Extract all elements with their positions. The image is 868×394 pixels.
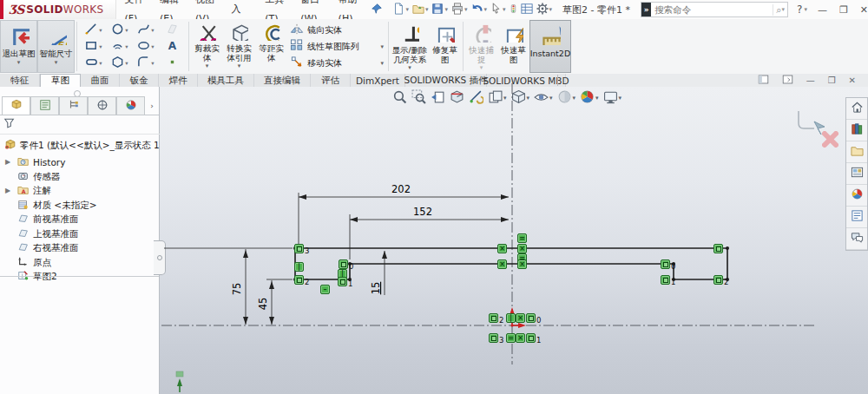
view-orientation-button[interactable]: ▾ (511, 89, 530, 107)
sketch-relation-marker[interactable]: × (517, 259, 527, 269)
linear-pattern-button[interactable]: 线性草图阵列▾ (290, 39, 384, 54)
sketch-relation-marker[interactable]: × (517, 244, 527, 253)
tree-item-原点[interactable]: 原点 (17, 256, 51, 270)
minimize-button[interactable]: — (818, 4, 827, 16)
sketch-settings-button[interactable] (469, 89, 483, 107)
rapid-sketch-button[interactable]: 快速草图 (497, 19, 529, 74)
tab-焊件[interactable]: 焊件 (159, 74, 198, 87)
sketch-relation-marker[interactable]: × (516, 333, 525, 343)
panel-fm-tab[interactable] (2, 96, 30, 115)
pane-right-icon[interactable] (782, 74, 793, 87)
repair-sketch-button[interactable]: 修复草图 (429, 19, 461, 74)
sketch-relation-marker[interactable] (713, 244, 723, 253)
sketch-relation-marker[interactable] (489, 313, 498, 323)
search-box[interactable]: » ⌕▾ (641, 2, 788, 17)
previous-view-button[interactable] (431, 89, 445, 107)
sketch-relation-marker[interactable] (661, 259, 670, 269)
panel-flyout-handle[interactable] (154, 240, 166, 275)
panel-pm-tab[interactable] (30, 96, 59, 115)
sketch-relation-marker[interactable] (339, 259, 348, 269)
sketch-relation-marker[interactable]: | (294, 262, 304, 272)
sketch-relation-marker[interactable]: × (516, 313, 525, 323)
tab-草图[interactable]: 草图 (40, 74, 81, 87)
tab-模具工具[interactable]: 模具工具 (198, 74, 254, 87)
sketch-relation-marker[interactable] (489, 333, 498, 343)
smart-dimension-button[interactable]: 60 智能尺寸 ▾ (37, 20, 75, 73)
taskpane-appearances-button[interactable] (846, 185, 867, 207)
panel-divider[interactable] (0, 276, 159, 277)
file-properties-button[interactable] (519, 1, 535, 18)
pane-left-icon[interactable] (758, 74, 769, 87)
move-entities-button[interactable]: 移动实体▾ (290, 56, 384, 70)
new-file-button[interactable]: ▾ (391, 1, 411, 18)
convert-entities-button[interactable]: 转换实体引用 ▾ (223, 19, 255, 74)
tab-SOLIDWORKS 插件[interactable]: SOLIDWORKS 插件 (405, 74, 487, 87)
slot-tool-button[interactable]: ▾ (81, 55, 107, 71)
help-button[interactable]: ?▾ (797, 3, 807, 16)
tab-DimXpert[interactable]: DimXpert (351, 74, 405, 87)
sketch-relation-marker[interactable] (294, 244, 304, 253)
tree-root-part[interactable]: 零件1 (默认<<默认>_显示状态 1>) (4, 139, 171, 153)
sketch-relation-marker[interactable]: = (506, 333, 516, 343)
tab-SOLIDWORKS MBD[interactable]: SOLIDWORKS MBD (487, 74, 566, 87)
undo-button[interactable]: ▾ (470, 1, 490, 18)
section-view-button[interactable] (450, 89, 464, 107)
line-tool-button[interactable]: ▾ (81, 22, 107, 38)
ellipse-tool-button[interactable]: ▾ (133, 38, 159, 55)
close-button[interactable]: ✕ (860, 4, 868, 16)
solidworks-logo[interactable]: ƷS SOLIDWORKS (0, 0, 116, 19)
tab-钣金[interactable]: 钣金 (120, 74, 159, 87)
doc-close-button[interactable]: ✕ (849, 76, 856, 85)
view-selector-button[interactable]: ▾ (488, 89, 507, 107)
spline-tool-button[interactable]: ▾ (133, 22, 159, 38)
rect-tool-button[interactable]: ▾ (81, 38, 107, 55)
tree-item-History[interactable]: History (17, 155, 65, 169)
edit-appearance-button[interactable]: ▾ (557, 89, 576, 107)
tree-item-前视基准面[interactable]: 前视基准面 (17, 213, 79, 227)
pin-icon[interactable] (372, 3, 382, 16)
save-button[interactable]: ▾ (430, 1, 450, 18)
sketch-relation-marker[interactable] (713, 275, 723, 285)
panel-dx-tab[interactable] (88, 96, 116, 115)
expand-arrow-History[interactable]: ▶ (5, 158, 10, 166)
fillet-tool-button[interactable]: ▾ (133, 55, 159, 71)
sketch-relation-marker[interactable]: × (497, 259, 507, 269)
display-delete-relations-button[interactable]: 显示/删除几何关系 ▾ (391, 19, 429, 74)
expand-arrow-注解[interactable]: ▶ (5, 187, 10, 194)
taskpane-home-button[interactable] (846, 98, 867, 120)
doc-minimize-button[interactable]: — (806, 76, 815, 85)
taskpane-file-explorer-button[interactable] (846, 141, 867, 163)
tree-item-注解[interactable]: A注解 (17, 184, 51, 198)
taskpane-custom-properties-button[interactable] (846, 207, 867, 228)
offset-entities-button[interactable]: 等距实体 (255, 19, 287, 74)
sketch-relation-marker[interactable]: | (506, 313, 516, 323)
zoom-fit-button[interactable] (392, 89, 407, 107)
polygon-tool-button[interactable]: ▾ (107, 55, 133, 71)
doc-restore-button[interactable]: ❐ (828, 76, 836, 85)
arcslot-tool-button[interactable]: ▾ (107, 38, 133, 55)
taskpane-design-library-button[interactable] (846, 120, 867, 141)
sketch-relation-marker[interactable]: – (320, 285, 330, 294)
tab-评估[interactable]: 评估 (311, 74, 351, 87)
options-button[interactable]: ▾ (535, 1, 555, 18)
tree-item-右视基准面[interactable]: 右视基准面 (17, 241, 79, 255)
exit-sketch-button[interactable]: 退出草图 ▾ (0, 20, 37, 73)
tab-曲面[interactable]: 曲面 (81, 74, 120, 87)
sketch-relation-marker[interactable] (661, 275, 670, 285)
tree-item-材质 <未指定>[interactable]: 材质 <未指定> (17, 199, 96, 213)
search-input[interactable] (651, 4, 773, 15)
circle-tool-button[interactable]: ▾ (107, 22, 133, 38)
print-button[interactable]: ▾ (450, 1, 470, 18)
text-tool-button[interactable]: A (159, 38, 185, 55)
tab-直接编辑[interactable]: 直接编辑 (254, 74, 311, 87)
panel-cfg-tab[interactable] (59, 96, 88, 115)
sketch-relation-marker[interactable] (338, 277, 347, 286)
apply-scene-button[interactable]: ▾ (580, 89, 599, 107)
tree-item-草图2[interactable]: 草图2 (17, 270, 57, 284)
instant2d-button[interactable]: Instant2D (529, 20, 571, 73)
hide-show-items-button[interactable]: ▾ (534, 89, 553, 107)
tab-特征[interactable]: 特征 (0, 74, 40, 87)
zoom-area-button[interactable] (411, 89, 426, 107)
taskpane-view-palette-button[interactable] (846, 163, 867, 185)
panel-tabs-overflow[interactable]: › (145, 96, 159, 115)
